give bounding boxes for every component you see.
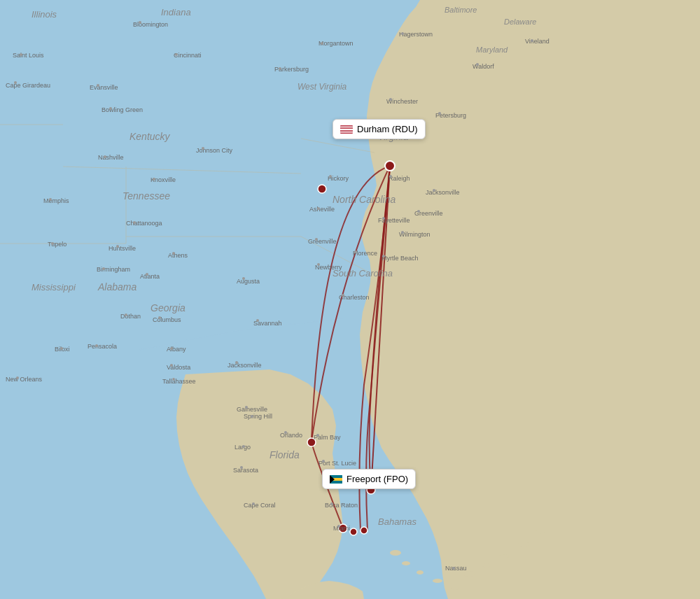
svg-point-141 [175, 53, 178, 56]
svg-text:Cincinnati: Cincinnati [174, 52, 202, 59]
svg-point-10 [463, 571, 475, 577]
svg-text:Morgantown: Morgantown [318, 40, 354, 47]
svg-point-107 [153, 178, 155, 181]
svg-point-29 [385, 161, 395, 171]
svg-point-13 [518, 542, 529, 547]
svg-text:Pensacola: Pensacola [88, 343, 117, 350]
svg-point-122 [317, 207, 320, 210]
svg-text:Vineland: Vineland [525, 38, 550, 45]
svg-point-152 [170, 364, 173, 367]
svg-point-114 [60, 347, 63, 350]
svg-text:Orlando: Orlando [280, 432, 302, 439]
svg-text:Asheville: Asheville [309, 206, 335, 213]
svg-point-145 [202, 147, 204, 150]
svg-text:Indiana: Indiana [161, 7, 191, 17]
svg-text:Bahamas: Bahamas [378, 516, 416, 527]
svg-point-161 [337, 525, 340, 528]
svg-text:Atlanta: Atlanta [140, 273, 160, 280]
svg-point-137 [401, 32, 404, 35]
svg-point-124 [242, 277, 245, 280]
svg-point-150 [125, 313, 127, 316]
svg-point-108 [133, 221, 136, 224]
svg-text:Cape Girardeau: Cape Girardeau [6, 82, 50, 89]
svg-point-117 [235, 361, 238, 364]
svg-point-120 [389, 175, 392, 178]
svg-point-123 [315, 238, 318, 241]
svg-text:Kentucky: Kentucky [130, 131, 171, 142]
svg-point-106 [104, 155, 106, 158]
svg-point-153 [251, 415, 253, 418]
svg-text:Bowling Green: Bowling Green [102, 106, 143, 113]
svg-point-148 [172, 252, 175, 255]
svg-point-121 [382, 217, 385, 220]
svg-text:West Virginia: West Virginia [298, 82, 347, 92]
svg-text:Tennessee: Tennessee [122, 190, 170, 202]
svg-point-129 [401, 231, 404, 234]
svg-point-119 [284, 431, 287, 434]
svg-point-133 [279, 67, 281, 70]
svg-text:Johnson City: Johnson City [196, 147, 233, 154]
svg-text:Jacksonville: Jacksonville [227, 362, 262, 369]
svg-point-113 [16, 376, 19, 379]
svg-point-151 [170, 347, 173, 350]
svg-point-112 [51, 242, 54, 245]
svg-point-140 [139, 21, 141, 24]
svg-point-149 [158, 316, 161, 319]
svg-text:Memphis: Memphis [43, 197, 69, 204]
svg-point-127 [354, 251, 357, 253]
svg-point-159 [330, 502, 333, 505]
svg-point-12 [499, 554, 509, 558]
tooltip-freeport: Freeport (FPO) [322, 469, 416, 489]
svg-point-104 [20, 53, 22, 56]
svg-text:Tupelo: Tupelo [48, 241, 66, 248]
svg-text:Waldorf: Waldorf [472, 63, 494, 70]
flag-bs-icon [330, 475, 342, 484]
svg-text:Tallahassee: Tallahassee [162, 378, 196, 385]
svg-point-110 [102, 267, 105, 270]
svg-text:Hagerstown: Hagerstown [399, 31, 433, 38]
svg-point-138 [476, 63, 479, 66]
svg-point-7 [416, 570, 424, 575]
svg-text:Dothan: Dothan [120, 313, 141, 320]
svg-text:Mississippi: Mississippi [31, 282, 76, 293]
svg-point-139 [531, 39, 533, 42]
svg-point-105 [49, 198, 52, 201]
svg-point-147 [317, 263, 320, 266]
svg-text:Albany: Albany [167, 346, 186, 353]
svg-text:Evansville: Evansville [90, 84, 118, 91]
svg-point-118 [245, 406, 248, 409]
tooltip-freeport-text: Freeport (FPO) [346, 474, 408, 484]
svg-text:Maryland: Maryland [476, 45, 508, 54]
svg-point-160 [452, 567, 455, 570]
svg-point-14 [536, 530, 545, 534]
svg-text:Georgia: Georgia [150, 302, 186, 313]
svg-text:Baltimore: Baltimore [444, 6, 477, 14]
svg-text:Chattanooga: Chattanooga [126, 220, 162, 227]
svg-text:Sarasota: Sarasota [233, 467, 258, 474]
svg-text:Saint Louis: Saint Louis [13, 52, 44, 59]
svg-text:Greenville: Greenville [308, 238, 337, 245]
svg-point-125 [256, 319, 259, 322]
svg-point-128 [382, 255, 385, 258]
svg-point-23 [318, 185, 326, 193]
svg-text:Huntsville: Huntsville [108, 245, 136, 252]
svg-point-109 [146, 273, 148, 276]
svg-text:Illinois: Illinois [31, 9, 57, 20]
svg-point-157 [316, 434, 319, 437]
svg-point-135 [438, 112, 441, 115]
tooltip-durham-text: Durham (RDU) [357, 124, 418, 134]
tooltip-durham: Durham (RDU) [332, 119, 426, 139]
flag-us-icon [340, 125, 353, 134]
svg-text:Athens: Athens [168, 252, 188, 259]
svg-text:Delaware: Delaware [504, 17, 536, 26]
svg-text:Birmingham: Birmingham [97, 266, 130, 273]
svg-text:Cape Coral: Cape Coral [244, 502, 276, 509]
svg-text:Myrtle Beach: Myrtle Beach [382, 255, 419, 262]
svg-point-26 [350, 528, 357, 535]
svg-text:Nassau: Nassau [445, 565, 467, 572]
svg-text:Boca Raton: Boca Raton [325, 502, 358, 509]
svg-text:Jacksonville: Jacksonville [426, 189, 460, 196]
svg-point-158 [322, 460, 325, 463]
map-svg: Illinois Indiana Kentucky Tennessee Miss… [0, 0, 700, 599]
svg-text:Alabama: Alabama [97, 281, 136, 293]
